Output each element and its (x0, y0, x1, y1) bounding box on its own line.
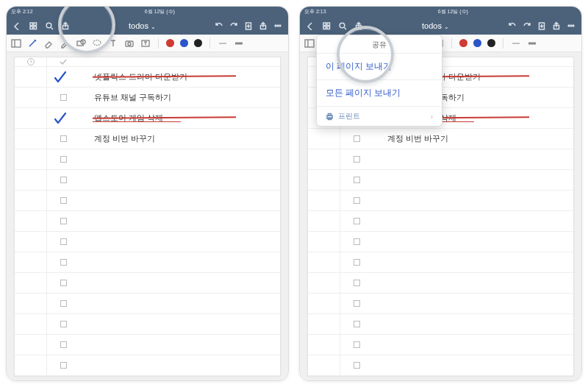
row-checkbox[interactable] (340, 252, 373, 272)
row-checkbox[interactable] (47, 88, 79, 107)
row-checkbox[interactable] (340, 273, 373, 293)
row-checkbox[interactable] (47, 355, 79, 375)
todo-label[interactable] (79, 211, 280, 231)
row-checkbox[interactable] (47, 108, 79, 128)
row-checkbox[interactable] (340, 314, 373, 334)
lasso-icon[interactable] (92, 38, 102, 49)
color-blue[interactable] (180, 39, 188, 47)
todo-label[interactable] (79, 170, 280, 190)
todo-label[interactable] (373, 232, 573, 252)
more-icon[interactable] (273, 21, 282, 30)
todo-label[interactable] (373, 314, 573, 334)
more-icon[interactable] (567, 21, 576, 30)
export-icon[interactable] (552, 21, 561, 30)
row-checkbox[interactable] (47, 376, 79, 380)
todo-label[interactable] (79, 376, 280, 380)
highlighter-icon[interactable] (60, 38, 70, 49)
sidebar-icon[interactable] (304, 38, 315, 49)
color-blue[interactable] (473, 39, 481, 47)
row-checkbox[interactable] (47, 129, 79, 149)
popover-export-all[interactable]: 모든 페이지 보내기 (317, 80, 442, 107)
row-checkbox[interactable] (340, 191, 373, 210)
row-checkbox[interactable] (47, 170, 79, 190)
eraser-icon[interactable] (43, 38, 54, 49)
row-checkbox[interactable] (47, 191, 79, 210)
row-checkbox[interactable] (47, 273, 79, 293)
todo-label[interactable] (79, 191, 280, 210)
color-black[interactable] (487, 39, 495, 47)
todo-label[interactable] (373, 149, 573, 169)
todo-label[interactable]: 앱스토어 게임 삭제 (79, 108, 280, 128)
todo-label[interactable] (79, 273, 280, 293)
todo-label[interactable] (373, 273, 573, 293)
search-icon[interactable] (338, 21, 347, 30)
todo-label[interactable] (373, 191, 573, 210)
sidebar-icon[interactable] (11, 38, 21, 49)
todo-label[interactable] (79, 294, 280, 313)
todo-label[interactable] (373, 252, 573, 272)
undo-icon[interactable] (215, 21, 223, 30)
thick-line-icon[interactable] (527, 38, 537, 49)
popover-export-page[interactable]: 이 페이지 보내기 (317, 54, 442, 80)
row-checkbox[interactable] (340, 294, 373, 313)
thick-line-icon[interactable] (234, 38, 244, 49)
todo-label[interactable] (373, 170, 573, 190)
row-checkbox[interactable] (47, 252, 79, 272)
row-checkbox[interactable] (47, 211, 79, 231)
color-black[interactable] (194, 39, 202, 47)
thin-line-icon[interactable] (218, 38, 228, 49)
row-checkbox[interactable] (340, 376, 373, 380)
todo-label[interactable]: 계정 비번 바꾸기 (373, 129, 573, 149)
todo-label[interactable]: 계정 비번 바꾸기 (79, 129, 280, 149)
row-checkbox[interactable] (47, 149, 79, 169)
todo-label[interactable]: 유튜브 채널 구독하기 (79, 88, 280, 107)
redo-icon[interactable] (523, 21, 531, 30)
row-checkbox[interactable] (340, 335, 373, 355)
add-page-icon[interactable] (537, 21, 546, 30)
todo-label[interactable] (373, 355, 573, 375)
row-checkbox[interactable] (47, 232, 79, 252)
todo-label[interactable] (373, 211, 573, 231)
grid-icon[interactable] (322, 21, 331, 30)
color-red[interactable] (459, 39, 467, 47)
grid-icon[interactable] (29, 21, 37, 30)
pen-icon[interactable] (27, 38, 37, 49)
row-checkbox[interactable] (47, 67, 79, 87)
row-checkbox[interactable] (47, 294, 79, 313)
todo-label[interactable] (79, 335, 280, 355)
popover-print[interactable]: 프린트 › (317, 107, 442, 126)
row-checkbox[interactable] (47, 314, 79, 334)
back-icon[interactable] (306, 21, 315, 30)
nav-title[interactable]: todos ⌄ (370, 21, 501, 30)
todo-label[interactable] (79, 149, 280, 169)
back-icon[interactable] (12, 21, 21, 30)
row-checkbox[interactable] (340, 211, 373, 231)
export-icon[interactable] (259, 21, 268, 30)
shape-icon[interactable] (76, 38, 86, 49)
textbox-icon[interactable] (140, 38, 151, 49)
todo-label[interactable] (373, 294, 573, 313)
share-icon[interactable] (61, 21, 70, 30)
todo-label[interactable] (79, 252, 280, 272)
todo-label[interactable] (373, 335, 573, 355)
todo-label[interactable] (79, 355, 280, 375)
row-checkbox[interactable] (340, 129, 373, 149)
nav-title[interactable]: todos ⌄ (77, 21, 207, 30)
color-red[interactable] (166, 39, 174, 47)
redo-icon[interactable] (229, 21, 238, 30)
todo-label[interactable]: 넷플릭스 드라마 다운받기 (79, 67, 280, 87)
text-icon[interactable] (108, 38, 118, 49)
share-icon[interactable] (354, 21, 363, 30)
todo-label[interactable] (79, 314, 280, 334)
row-checkbox[interactable] (340, 170, 373, 190)
page[interactable]: 넷플릭스 드라마 다운받기유튜브 채널 구독하기앱스토어 게임 삭제계정 비번 … (14, 57, 281, 376)
row-checkbox[interactable] (340, 232, 373, 252)
todo-label[interactable] (79, 232, 280, 252)
row-checkbox[interactable] (47, 335, 79, 355)
thin-line-icon[interactable] (511, 38, 521, 49)
undo-icon[interactable] (508, 21, 517, 30)
search-icon[interactable] (45, 21, 54, 30)
camera-icon[interactable] (124, 38, 135, 49)
add-page-icon[interactable] (244, 21, 253, 30)
row-checkbox[interactable] (340, 355, 373, 375)
